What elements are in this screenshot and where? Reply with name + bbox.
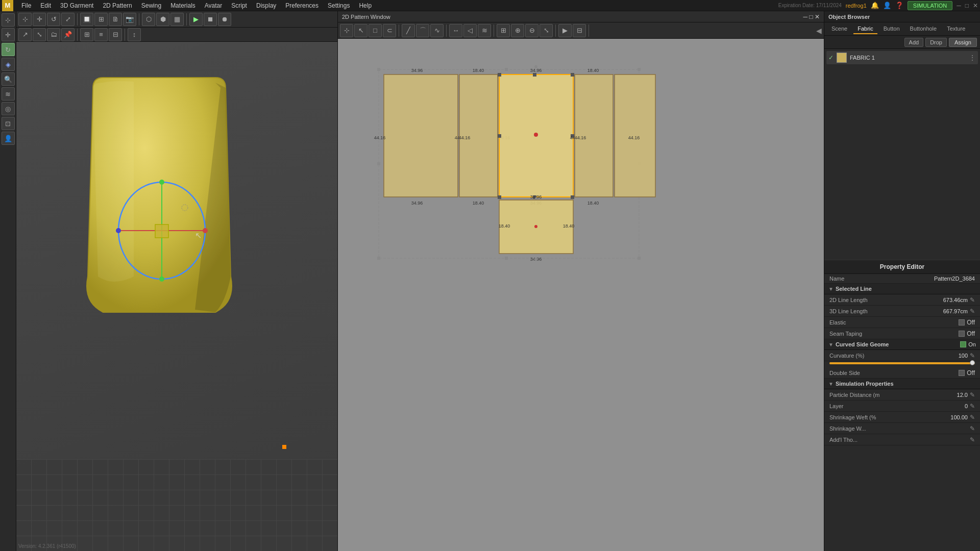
user-icon[interactable]: 👤 xyxy=(883,2,891,9)
tb2-1[interactable]: ↗ xyxy=(18,28,32,41)
tb2-4[interactable]: 📌 xyxy=(61,28,75,41)
curved-side-toggle[interactable]: On xyxy=(960,341,976,347)
rotate-tool[interactable]: ↻ xyxy=(2,43,15,56)
viewport-3d-content[interactable]: ↖ Version: 4.2.361 (r41500) xyxy=(16,42,337,551)
pt-bezier[interactable]: ∿ xyxy=(430,24,444,37)
tb2-7[interactable]: ⊟ xyxy=(109,28,122,41)
tb-rotate[interactable]: ↺ xyxy=(47,13,60,26)
add-button[interactable]: Add xyxy=(904,38,924,47)
pt-zoom-in[interactable]: ⊕ xyxy=(511,24,524,37)
tb-view2[interactable]: ⊞ xyxy=(94,13,108,26)
pattern-collapse[interactable]: ◀ xyxy=(816,27,822,35)
pt-seam[interactable]: ≋ xyxy=(478,24,491,37)
double-side-value[interactable]: Off xyxy=(959,369,975,377)
tb-view1[interactable]: 🔲 xyxy=(80,13,93,26)
double-side-checkbox[interactable] xyxy=(959,370,965,376)
select-tool[interactable]: ⊹ xyxy=(2,13,15,27)
tb-wire[interactable]: ⬡ xyxy=(142,13,155,26)
curvature-slider-thumb[interactable] xyxy=(970,360,975,365)
shrinkage-weft-edit-icon[interactable]: ✎ xyxy=(970,414,975,421)
pt-line[interactable]: ╱ xyxy=(402,24,415,37)
tab-fabric[interactable]: Fabric xyxy=(853,24,877,34)
tb-solid[interactable]: ⬢ xyxy=(156,13,169,26)
maximize-icon[interactable]: □ xyxy=(965,2,969,9)
pt-box[interactable]: □ xyxy=(369,24,382,37)
menu-settings[interactable]: Settings xyxy=(324,1,354,10)
assign-button[interactable]: Assign xyxy=(949,38,977,47)
seam-taping-checkbox[interactable] xyxy=(959,331,965,337)
menu-display[interactable]: Display xyxy=(252,1,280,10)
menu-materials[interactable]: Materials xyxy=(166,1,200,10)
viewport-2d[interactable]: 2D Pattern Window ─ □ ✕ ⊹ ↖ □ ⊂ ╱ ⌒ ∿ ↔ … xyxy=(338,11,824,551)
pt-measure[interactable]: ↔ xyxy=(449,24,462,37)
tool5[interactable]: ≋ xyxy=(2,87,15,101)
tb2-8[interactable]: ↕ xyxy=(128,28,141,41)
tb2-6[interactable]: ≡ xyxy=(94,28,108,41)
simulation-badge[interactable]: SIMULATION xyxy=(908,1,952,10)
pt-curve[interactable]: ⌒ xyxy=(416,24,429,37)
minimize-icon[interactable]: ─ xyxy=(957,2,961,9)
pt-arrow[interactable]: ↖ xyxy=(354,24,368,37)
menu-edit[interactable]: Edit xyxy=(36,1,55,10)
tb2-3[interactable]: 🗂 xyxy=(47,28,60,41)
tb2-5[interactable]: ⊞ xyxy=(80,28,93,41)
menu-preferences[interactable]: Preferences xyxy=(281,1,323,10)
curved-side-checkbox[interactable] xyxy=(960,341,966,347)
pt-fit[interactable]: ⤡ xyxy=(540,24,553,37)
pattern-area[interactable]: 34.96 44.16 34.96 44.16 18.40 18.40 44.1… xyxy=(338,39,824,551)
menu-file[interactable]: File xyxy=(17,1,35,10)
scale-tool[interactable]: ◈ xyxy=(2,58,15,71)
tab-buttonhole[interactable]: Buttonhole xyxy=(906,24,941,34)
pt-zoom-out[interactable]: ⊖ xyxy=(525,24,538,37)
tab-button[interactable]: Button xyxy=(879,24,904,34)
bell-icon[interactable]: 🔔 xyxy=(871,2,879,9)
add-tho-edit-icon[interactable]: ✎ xyxy=(970,436,975,443)
help-icon[interactable]: ❓ xyxy=(895,2,903,9)
pt-dart[interactable]: ◁ xyxy=(463,24,477,37)
tb-move[interactable]: ✛ xyxy=(33,13,46,26)
pt-sim[interactable]: ▶ xyxy=(558,24,572,37)
tb-select[interactable]: ⊹ xyxy=(18,13,32,26)
tb-sim-stop[interactable]: ⏹ xyxy=(204,13,217,26)
shrinkage-w-edit-icon[interactable]: ✎ xyxy=(970,425,975,432)
menu-2dpattern[interactable]: 2D Pattern xyxy=(99,1,136,10)
elastic-value[interactable]: Off xyxy=(959,319,975,326)
menu-script[interactable]: Script xyxy=(227,1,251,10)
fabric-item-1[interactable]: ✓ FABRIC 1 ⋮ xyxy=(826,51,978,64)
tab-scene[interactable]: Scene xyxy=(827,24,851,34)
tb-scale[interactable]: ⤢ xyxy=(61,13,75,26)
selected-line-section[interactable]: ▼ Selected Line xyxy=(824,284,980,294)
menu-3dgarment[interactable]: 3D Garment xyxy=(56,1,97,10)
3d-length-edit-icon[interactable]: ✎ xyxy=(970,308,975,315)
menu-sewing[interactable]: Sewing xyxy=(137,1,165,10)
curvature-slider[interactable] xyxy=(829,362,975,364)
tb-texture[interactable]: ▦ xyxy=(170,13,184,26)
fabric-options-icon[interactable]: ⋮ xyxy=(969,54,976,62)
menu-help[interactable]: Help xyxy=(355,1,376,10)
tb-view3[interactable]: 🗎 xyxy=(109,13,122,26)
elastic-checkbox[interactable] xyxy=(959,319,965,325)
move-tool[interactable]: ✛ xyxy=(2,28,15,41)
avatar-tool[interactable]: 👤 xyxy=(2,132,15,145)
2d-length-edit-icon[interactable]: ✎ xyxy=(970,296,975,304)
tb-sim-play[interactable]: ▶ xyxy=(189,13,203,26)
layer-edit-icon[interactable]: ✎ xyxy=(970,403,975,410)
particle-distance-edit-icon[interactable]: ✎ xyxy=(970,391,975,398)
pt-select[interactable]: ⊹ xyxy=(340,24,353,37)
tb-camera[interactable]: 📷 xyxy=(123,13,136,26)
tab-texture[interactable]: Texture xyxy=(943,24,969,34)
menu-avatar[interactable]: Avatar xyxy=(201,1,226,10)
curved-side-section[interactable]: ▼ Curved Side Geome On xyxy=(824,339,980,350)
zoom-tool[interactable]: 🔍 xyxy=(2,72,15,86)
pt-lasso[interactable]: ⊂ xyxy=(383,24,396,37)
pattern-window-controls[interactable]: ─ □ ✕ xyxy=(803,13,820,20)
simulation-section[interactable]: ▼ Simulation Properties xyxy=(824,379,980,389)
tool6[interactable]: ◎ xyxy=(2,102,15,115)
viewport-3d[interactable]: ⊹ ✛ ↺ ⤢ 🔲 ⊞ 🗎 📷 ⬡ ⬢ ▦ ▶ ⏹ ⏺ ↗ ⤡ 🗂 📌 ⊞ ≡ xyxy=(16,11,338,551)
tb-sim-record[interactable]: ⏺ xyxy=(218,13,231,26)
seam-taping-value[interactable]: Off xyxy=(959,330,975,337)
drop-button[interactable]: Drop xyxy=(925,38,947,47)
close-icon[interactable]: ✕ xyxy=(973,2,978,9)
pt-toggle[interactable]: ⊞ xyxy=(497,24,510,37)
tb2-2[interactable]: ⤡ xyxy=(33,28,46,41)
